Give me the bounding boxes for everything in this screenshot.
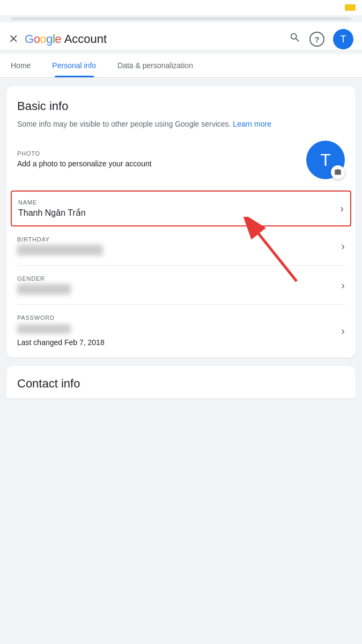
logo-e: e bbox=[55, 32, 61, 46]
card-subtitle: Some info may be visible to other people… bbox=[17, 119, 345, 130]
gender-info: GENDER bbox=[17, 275, 71, 295]
birthday-label: BIRTHDAY bbox=[17, 236, 103, 243]
photo-label: PHOTO bbox=[17, 150, 152, 157]
password-last-changed: Last changed Feb 7, 2018 bbox=[17, 338, 105, 347]
name-info: NAME Thanh Ngân Trần bbox=[18, 199, 86, 218]
logo-g: G bbox=[25, 32, 34, 46]
help-button[interactable]: ? bbox=[309, 32, 324, 47]
photo-description: Add a photo to personalize your account bbox=[17, 159, 152, 170]
nav-tabs: Home Personal info Data & personalizatio… bbox=[0, 54, 362, 78]
battery-icon bbox=[345, 4, 356, 11]
password-row[interactable]: PASSWORD Last changed Feb 7, 2018 › bbox=[17, 305, 345, 357]
header-left: ✕ Google Account bbox=[9, 32, 107, 46]
password-value bbox=[17, 324, 71, 334]
google-logo: Google Account bbox=[25, 32, 107, 46]
password-chevron-icon: › bbox=[341, 325, 345, 337]
photo-row[interactable]: PHOTO Add a photo to personalize your ac… bbox=[17, 141, 345, 191]
birthday-info: BIRTHDAY bbox=[17, 236, 103, 255]
search-icon[interactable] bbox=[289, 32, 301, 47]
logo-account-text: Account bbox=[64, 32, 107, 46]
avatar[interactable]: T bbox=[333, 29, 353, 49]
name-value: Thanh Ngân Trần bbox=[18, 208, 86, 218]
password-label: PASSWORD bbox=[17, 314, 105, 321]
status-bar bbox=[0, 0, 362, 15]
contact-info-card: Contact info bbox=[6, 366, 356, 398]
contact-info-title: Contact info bbox=[17, 377, 345, 391]
gender-chevron-icon: › bbox=[341, 279, 345, 291]
name-chevron-icon: › bbox=[340, 202, 344, 215]
birthday-value bbox=[17, 245, 103, 255]
gender-label: GENDER bbox=[17, 275, 71, 282]
tab-personal-info[interactable]: Personal info bbox=[41, 54, 107, 77]
scroll-indicator bbox=[11, 17, 351, 20]
name-label: NAME bbox=[18, 199, 86, 206]
header-right: ? T bbox=[289, 29, 353, 49]
gender-value bbox=[17, 284, 71, 295]
birthday-chevron-icon: › bbox=[341, 240, 345, 252]
name-row[interactable]: NAME Thanh Ngân Trần › bbox=[11, 191, 351, 226]
tab-data-personalization[interactable]: Data & personalization bbox=[107, 54, 204, 77]
learn-more-link[interactable]: Learn more bbox=[233, 120, 271, 128]
logo-o1: o bbox=[34, 32, 40, 46]
basic-info-card: Basic info Some info may be visible to o… bbox=[6, 86, 356, 357]
close-button[interactable]: ✕ bbox=[9, 33, 18, 45]
tab-home[interactable]: Home bbox=[0, 54, 41, 77]
photo-avatar-wrap[interactable]: T bbox=[306, 141, 345, 179]
card-title: Basic info bbox=[17, 99, 345, 113]
photo-info: PHOTO Add a photo to personalize your ac… bbox=[17, 150, 152, 170]
password-info: PASSWORD Last changed Feb 7, 2018 bbox=[17, 314, 105, 347]
birthday-row[interactable]: BIRTHDAY › bbox=[17, 226, 345, 266]
gender-row[interactable]: GENDER › bbox=[17, 266, 345, 305]
header: ✕ Google Account ? T bbox=[0, 23, 362, 49]
main-content: Basic info Some info may be visible to o… bbox=[0, 78, 362, 407]
name-section: NAME Thanh Ngân Trần › bbox=[17, 191, 345, 226]
camera-badge bbox=[331, 165, 345, 179]
logo-o2: o bbox=[40, 32, 46, 46]
logo-g2: g bbox=[46, 32, 53, 46]
